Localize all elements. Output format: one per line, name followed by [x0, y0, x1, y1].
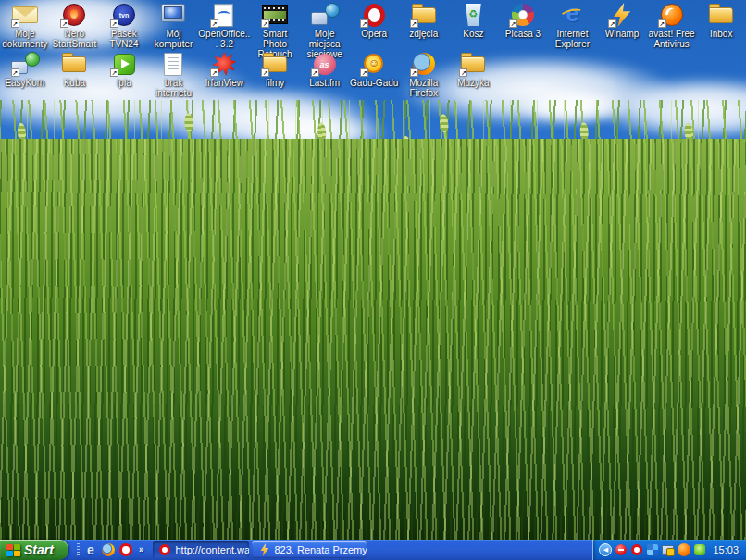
desktop-icon-ipla[interactable]: ↗ipla [99, 49, 149, 98]
desktop-icon-moje-miejsca-sieciowe[interactable]: Moje miejsca sieciowe [300, 0, 350, 49]
clock: 15:03 [713, 540, 739, 560]
shortcut-arrow-icon: ↗ [311, 68, 319, 77]
windows-logo-icon [6, 544, 20, 556]
desktop-icon-label: Kosz [449, 29, 499, 39]
winamp-icon: ↗ [606, 2, 638, 28]
irfanview-icon: ↗ [208, 51, 240, 77]
desktop-icon-label: zdjęcia [399, 29, 449, 39]
desktop-icon-gadu-gadu[interactable]: ↗Gadu-Gadu [349, 49, 399, 98]
shortcut-arrow-icon: ↗ [360, 19, 368, 28]
desktop-icon-smart-photo-retouch[interactable]: ↗Smart Photo Retouch [250, 0, 300, 49]
start-label: Start [24, 540, 54, 560]
desktop-icon-easykom[interactable]: ↗EasyKom [0, 49, 50, 98]
gadu-gadu-status-tray-icon[interactable] [693, 543, 706, 556]
desktop-icon-label: ipla [99, 78, 149, 88]
opera-icon: ↗ [358, 2, 390, 28]
opera-quicklaunch-icon[interactable] [118, 542, 133, 557]
desktop-icon-nero-startsmart[interactable]: ↗Nero StartSmart [50, 0, 100, 49]
filmy-icon: ↗ [259, 51, 291, 77]
mozilla-firefox-quicklaunch-icon[interactable] [101, 542, 116, 557]
desktop-icon-label: OpenOffice... 3.2 [198, 29, 250, 49]
moje-dokumenty-icon: ↗ [9, 2, 41, 28]
desktop-icon-label: Last.fm [300, 78, 350, 88]
windows-security-tray-icon[interactable] [646, 543, 659, 556]
desktop-icon-label: Inbox [696, 29, 746, 39]
avast-tray-icon[interactable] [678, 543, 690, 556]
zdjecia-icon: ↗ [408, 2, 440, 28]
pasek-tvn24-icon: ↗ [108, 2, 140, 28]
desktop-icon-label: Internet Explorer [548, 29, 598, 49]
desktop-icon-picasa-3[interactable]: ↗Picasa 3 [498, 0, 548, 49]
muzyka-icon: ↗ [457, 51, 489, 77]
quick-launch-toolbar: » [68, 540, 151, 560]
shortcut-arrow-icon: ↗ [210, 19, 218, 28]
desktop-icon-label: filmy [250, 78, 300, 88]
desktop-icon-label: Picasa 3 [498, 29, 548, 39]
desktop-icon-label: Moje dokumenty [0, 29, 50, 49]
desktop-icon-filmy[interactable]: ↗filmy [250, 49, 300, 98]
gadu-gadu-icon: ↗ [358, 51, 390, 77]
desktop-icon-kuba[interactable]: Kuba [50, 49, 100, 98]
opera-tray-icon[interactable] [630, 543, 643, 556]
task-button-label: http://content.wallpa... [175, 541, 249, 558]
desktop-icon-label: Muzyka [449, 78, 499, 88]
moje-miejsca-sieciowe-icon [309, 2, 341, 28]
desktop-icon-openoffice[interactable]: ↗OpenOffice... 3.2 [198, 0, 250, 49]
desktop-icon-label: Nero StartSmart [50, 29, 100, 49]
desktop-icon-label: EasyKom [0, 78, 50, 88]
winamp-window-icon [257, 543, 270, 556]
desktop-icon-brak-internetu[interactable]: brak internetu [149, 49, 199, 98]
desktop-icon-grid: ↗Moje dokumenty↗Nero StartSmart↗Pasek TV… [0, 0, 746, 98]
shortcut-arrow-icon: ↗ [360, 68, 368, 77]
shortcut-arrow-icon: ↗ [608, 19, 616, 28]
kosz-icon [457, 2, 489, 28]
internet-explorer-quicklaunch-icon[interactable] [83, 542, 98, 557]
desktop-icon-mozilla-firefox[interactable]: ↗Mozilla Firefox [399, 49, 449, 98]
task-button-label: 823. Renata Przemyk... [274, 541, 367, 558]
desktop-icon-winamp[interactable]: ↗Winamp [597, 0, 647, 49]
toolbar-grip[interactable] [77, 543, 80, 556]
inbox-icon [705, 2, 737, 28]
easykom-icon: ↗ [9, 51, 41, 77]
desktop-icon-label: brak internetu [149, 78, 199, 98]
opera-window-icon [158, 543, 171, 556]
desktop-icon-kosz[interactable]: Kosz [449, 0, 499, 49]
desktop-icon-irfanview[interactable]: ↗IrfanView [198, 49, 250, 98]
desktop-icon-zdjecia[interactable]: ↗zdjęcia [399, 0, 449, 49]
desktop-screen: ↗Moje dokumenty↗Nero StartSmart↗Pasek TV… [0, 0, 746, 560]
wheat-field [0, 139, 746, 540]
network-lock-tray-icon[interactable] [662, 543, 675, 556]
internet-explorer-icon [556, 2, 588, 28]
desktop-icon-avast-free-antivirus[interactable]: ↗avast! Free Antivirus [647, 0, 697, 49]
desktop-icon-inbox[interactable]: Inbox [696, 0, 746, 49]
desktop-icon-lastfm[interactable]: ↗Last.fm [300, 49, 350, 98]
shortcut-arrow-icon: ↗ [11, 19, 19, 28]
system-tray: ◀ 15:03 [592, 540, 746, 560]
quick-launch-overflow-chevron[interactable]: » [137, 540, 146, 560]
desktop-icon-opera[interactable]: ↗Opera [349, 0, 399, 49]
mozilla-firefox-icon: ↗ [408, 51, 440, 77]
taskbar: Start » http://content.wallpa...823. Ren… [0, 540, 746, 560]
desktop-icon-muzyka[interactable]: ↗Muzyka [449, 49, 499, 98]
desktop-icon-moje-dokumenty[interactable]: ↗Moje dokumenty [0, 0, 50, 49]
desktop-icon-label: Opera [349, 29, 399, 39]
ipla-icon: ↗ [108, 51, 140, 77]
desktop-icon-label: Pasek TVN24 [99, 29, 149, 49]
desktop-icon-internet-explorer[interactable]: Internet Explorer [548, 0, 598, 49]
shortcut-arrow-icon: ↗ [658, 19, 666, 28]
desktop-icon-label: IrfanView [198, 78, 250, 88]
task-button-area: http://content.wallpa...823. Renata Prze… [150, 540, 592, 560]
desktop-icon-label: Mój komputer [149, 29, 199, 49]
shortcut-arrow-icon: ↗ [410, 68, 418, 77]
shortcut-arrow-icon: ↗ [459, 68, 467, 77]
tray-collapse-chevron[interactable]: ◀ [599, 543, 612, 556]
desktop-icon-moj-komputer[interactable]: Mój komputer [149, 0, 199, 49]
task-button-winamp-window[interactable]: 823. Renata Przemyk... [252, 541, 367, 558]
smart-photo-retouch-icon: ↗ [259, 2, 291, 28]
start-button[interactable]: Start [0, 540, 68, 560]
desktop-icon-pasek-tvn24[interactable]: ↗Pasek TVN24 [99, 0, 149, 49]
desktop-icon-label: Kuba [50, 78, 100, 88]
shortcut-arrow-icon: ↗ [261, 19, 269, 28]
task-button-opera-window[interactable]: http://content.wallpa... [153, 541, 249, 558]
red-alert-tray-icon[interactable] [615, 543, 628, 556]
